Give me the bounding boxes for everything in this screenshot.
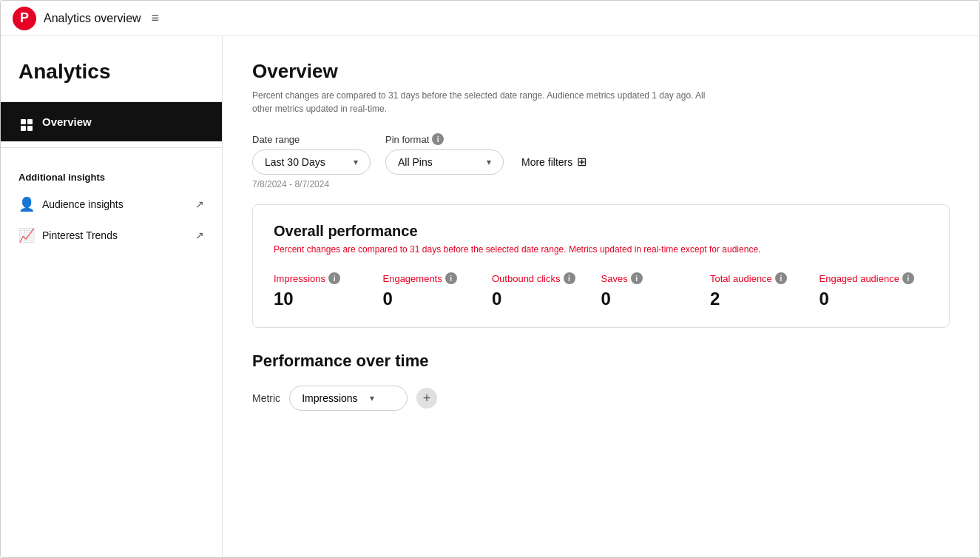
pinterest-trends-label: Pinterest Trends [42,229,118,241]
performance-over-time-title: Performance over time [252,352,950,371]
sidebar-item-overview[interactable]: Overview [1,102,222,141]
total-audience-value: 2 [710,289,820,309]
overview-icon [18,112,35,131]
date-range-label: Date range [252,134,371,145]
sidebar-item-overview-label: Overview [42,115,92,128]
sidebar: Analytics Overview Additional insights 👤… [1,36,223,557]
pin-format-select[interactable]: All Pins ▾ [385,149,504,175]
date-range-value: Last 30 Days [265,156,336,168]
engaged-audience-info-icon[interactable]: i [902,272,914,284]
pin-format-value: All Pins [398,156,469,168]
saves-label: Saves i [601,272,711,284]
engaged-audience-label: Engaged audience i [820,272,929,284]
filters-row: Date range Last 30 Days ▾ Pin format i A… [252,133,950,175]
engagements-value: 0 [383,289,493,309]
overview-subtitle: Percent changes are compared to 31 days … [252,89,711,115]
metric-engaged-audience: Engaged audience i 0 [820,272,929,309]
impressions-value: 10 [274,289,383,309]
performance-over-time-section: Performance over time Metric Impressions… [252,352,950,411]
more-filters-button[interactable]: More filters ⊞ [518,149,589,175]
metric-engagements: Engagements i 0 [383,272,493,309]
sidebar-item-pinterest-trends[interactable]: 📈 Pinterest Trends ↗ [1,220,222,251]
additional-insights-header: Additional insights [1,154,222,189]
metric-outbound-clicks: Outbound clicks i 0 [492,272,601,309]
pin-format-filter-group: Pin format i All Pins ▾ [385,133,504,175]
outbound-clicks-value: 0 [492,289,601,309]
saves-info-icon[interactable]: i [631,272,643,284]
saves-value: 0 [601,289,711,309]
pinterest-logo: P [13,7,36,30]
metric-impressions: Impressions i 10 [274,272,383,309]
add-metric-button[interactable]: + [416,388,437,409]
overview-title: Overview [252,60,950,83]
engagements-info-icon[interactable]: i [445,272,457,284]
add-metric-icon: + [423,391,431,406]
date-range-display: 7/8/2024 - 8/7/2024 [252,179,950,189]
hamburger-icon[interactable]: ≡ [152,10,160,26]
pin-format-info-icon[interactable]: i [432,133,444,145]
engagements-label: Engagements i [383,272,493,284]
metric-dropdown[interactable]: Impressions ▾ [289,386,408,411]
main-layout: Analytics Overview Additional insights 👤… [1,36,979,557]
outbound-clicks-info-icon[interactable]: i [564,272,575,284]
performance-card: Overall performance Percent changes are … [252,204,950,328]
impressions-label: Impressions i [274,272,383,284]
metric-dropdown-chevron-icon: ▾ [370,393,374,403]
metric-total-audience: Total audience i 2 [710,272,820,309]
performance-metric-row: Metric Impressions ▾ + [252,386,950,411]
date-range-filter-group: Date range Last 30 Days ▾ [252,134,371,175]
metric-row-label: Metric [252,392,280,404]
metrics-row: Impressions i 10 Engagements i 0 [274,272,928,309]
audience-insights-label: Audience insights [42,198,124,210]
topbar-title: Analytics overview [44,12,141,25]
total-audience-label: Total audience i [710,272,820,284]
more-filters-label: More filters [521,156,572,168]
impressions-info-icon[interactable]: i [328,272,340,284]
sidebar-item-audience-insights[interactable]: 👤 Audience insights ↗ [1,189,222,220]
date-range-select[interactable]: Last 30 Days ▾ [252,149,371,175]
performance-card-title: Overall performance [274,223,928,240]
pinterest-trends-external-icon: ↗ [195,229,204,241]
performance-card-subtitle: Percent changes are compared to 31 days … [274,244,928,255]
date-range-chevron-icon: ▾ [354,157,358,167]
top-bar: P Analytics overview ≡ [1,1,979,36]
outbound-clicks-label: Outbound clicks i [492,272,601,284]
pin-format-label: Pin format i [385,133,504,145]
metric-dropdown-value: Impressions [302,392,357,404]
audience-icon: 👤 [18,196,35,212]
audience-insights-external-icon: ↗ [195,198,204,210]
pin-format-chevron-icon: ▾ [487,157,491,167]
engaged-audience-value: 0 [820,289,929,309]
trends-icon: 📈 [18,227,35,243]
filter-settings-icon: ⊞ [577,155,587,169]
app-window: P Analytics overview ≡ Analytics Overvie… [0,0,980,558]
metric-saves: Saves i 0 [601,272,711,309]
total-audience-info-icon[interactable]: i [775,272,787,284]
sidebar-analytics-title: Analytics [1,36,222,102]
content-area: Overview Percent changes are compared to… [223,36,979,557]
